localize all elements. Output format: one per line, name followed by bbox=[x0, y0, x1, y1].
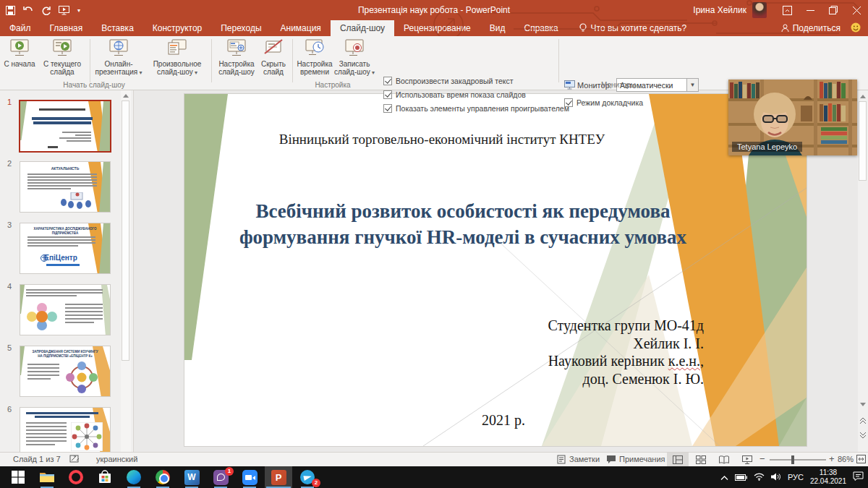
checkbox-checked-icon bbox=[564, 98, 573, 107]
previous-slide-button[interactable] bbox=[859, 417, 867, 426]
slide-credits-text[interactable]: Студентка групи МО-41д Хейлик І. І. Наук… bbox=[401, 317, 704, 388]
slide-institute-text[interactable]: Вінницький торговельно-економічний інсти… bbox=[184, 132, 699, 147]
comments-toggle[interactable]: Примечания bbox=[619, 455, 665, 463]
qat-customize-icon[interactable]: ▾ bbox=[77, 7, 80, 14]
tab-insert[interactable]: Вставка bbox=[92, 20, 143, 36]
slide-thumbnail-5[interactable]: ЗАПРОВАДЖЕННЯ СИСТЕМИ КОУЧИНГУ НА ПІДПРИ… bbox=[20, 346, 111, 397]
status-bar: Слайд 1 из 7 украинский Заметки Примечан… bbox=[0, 452, 868, 466]
save-icon[interactable] bbox=[6, 6, 15, 15]
microsoft-store-taskbar-icon[interactable] bbox=[91, 466, 119, 488]
main-vertical-scrollbar[interactable] bbox=[858, 90, 868, 452]
checkbox-show-media-controls[interactable]: Показать элементы управления проигрывате… bbox=[383, 104, 569, 113]
battery-icon[interactable] bbox=[735, 471, 747, 484]
scroll-up-arrow-icon[interactable] bbox=[860, 95, 866, 98]
volume-icon[interactable] bbox=[771, 471, 781, 484]
tab-file[interactable]: Файл bbox=[0, 20, 41, 36]
word-taskbar-icon[interactable]: W bbox=[178, 466, 205, 488]
account-name[interactable]: Ірина Хейлик bbox=[693, 5, 746, 15]
zoom-slider-thumb[interactable] bbox=[791, 455, 794, 464]
zoom-slider-track[interactable] bbox=[770, 459, 826, 461]
telegram-taskbar-icon[interactable]: 2 bbox=[294, 466, 321, 488]
slide-thumbnail-2[interactable]: АКТУАЛЬНІСТЬ bbox=[20, 161, 111, 213]
tray-expand-chevron-icon[interactable] bbox=[720, 471, 728, 484]
slide-sorter-view-button[interactable] bbox=[690, 453, 712, 466]
tab-help[interactable]: Справка bbox=[514, 20, 567, 36]
slide-year-text[interactable]: 2021 р. bbox=[482, 412, 525, 429]
dropdown-arrow-icon[interactable]: ▼ bbox=[687, 78, 699, 92]
tab-view[interactable]: Вид bbox=[480, 20, 515, 36]
next-slide-button[interactable] bbox=[859, 432, 867, 440]
zoom-out-button[interactable]: − bbox=[760, 453, 765, 464]
account-avatar[interactable] bbox=[752, 2, 767, 18]
webcam-video-overlay[interactable]: Tetyana Lepeyko bbox=[728, 80, 857, 155]
thumbnail-clipart bbox=[58, 192, 95, 210]
notes-toggle[interactable]: Заметки bbox=[569, 455, 600, 463]
notes-icon bbox=[557, 455, 566, 466]
slideshow-view-button[interactable] bbox=[736, 453, 758, 466]
start-button[interactable] bbox=[4, 466, 32, 488]
scroll-down-arrow-icon[interactable] bbox=[860, 403, 866, 406]
slide-thumbnail-1[interactable] bbox=[19, 100, 111, 153]
slide-thumbnail-3[interactable]: ХАРАКТЕРИСТИКА ДОСЛІДЖУВАНОГО ПІДПРИЄМСТ… bbox=[20, 223, 111, 274]
feedback-smiley-icon[interactable] bbox=[851, 22, 861, 35]
thumbnail-coaching-diagram bbox=[65, 361, 98, 394]
reading-view-button[interactable] bbox=[713, 453, 735, 466]
ribbon-display-options-button[interactable] bbox=[775, 0, 799, 20]
checkbox-use-timings[interactable]: Использовать время показа слайдов bbox=[383, 90, 526, 99]
start-slideshow-icon[interactable] bbox=[59, 6, 69, 15]
online-presentation-button[interactable]: Онлайн-презентация bbox=[93, 38, 145, 85]
slide-canvas[interactable]: Вінницький торговельно-економічний інсти… bbox=[184, 94, 807, 446]
file-explorer-taskbar-icon[interactable] bbox=[33, 466, 61, 488]
keyboard-language-indicator[interactable]: РУС bbox=[788, 473, 804, 481]
slide-thumbnail-6[interactable] bbox=[20, 407, 111, 452]
language-status[interactable]: украинский bbox=[96, 455, 137, 463]
tab-animations[interactable]: Анимация bbox=[271, 20, 331, 36]
action-center-icon[interactable] bbox=[853, 471, 864, 484]
chrome-taskbar-icon[interactable] bbox=[149, 466, 176, 488]
from-current-slide-button[interactable]: С текущего слайда bbox=[38, 38, 87, 85]
redo-icon[interactable] bbox=[41, 6, 51, 15]
share-button[interactable]: Поделиться bbox=[781, 23, 841, 33]
restore-button[interactable] bbox=[822, 0, 845, 20]
thumbnail-scrollbar[interactable] bbox=[121, 90, 131, 452]
custom-slideshow-button[interactable]: Произвольное слайд-шоу bbox=[146, 38, 208, 85]
zoom-in-button[interactable]: + bbox=[829, 453, 835, 464]
checkbox-play-narrations[interactable]: Воспроизвести закадровый текст bbox=[383, 77, 514, 85]
minimize-button[interactable] bbox=[799, 0, 822, 20]
tab-review[interactable]: Рецензирование bbox=[394, 20, 480, 36]
fit-slide-to-window-button[interactable] bbox=[856, 455, 866, 465]
tab-transitions[interactable]: Переходы bbox=[211, 20, 271, 36]
tab-home[interactable]: Главная bbox=[41, 20, 93, 36]
hide-slide-button[interactable]: Скрыть слайд bbox=[258, 38, 289, 85]
opera-taskbar-icon[interactable] bbox=[62, 466, 90, 488]
slide-title-text[interactable]: Всебічний розвиток особистості як переду… bbox=[210, 198, 716, 250]
zoom-level[interactable]: 86% bbox=[838, 455, 854, 463]
scroll-up-arrow-icon[interactable] bbox=[123, 94, 129, 98]
powerpoint-taskbar-icon[interactable]: P bbox=[265, 466, 292, 488]
scrollbar-thumb[interactable] bbox=[122, 100, 129, 361]
spellcheck-status-icon[interactable] bbox=[69, 455, 80, 466]
tab-slideshow[interactable]: Слайд-шоу bbox=[331, 20, 394, 36]
title-bar: ▾ Презентація наук робота - PowerPoint І… bbox=[0, 0, 868, 20]
record-slideshow-button[interactable]: Записать слайд-шоу bbox=[334, 38, 375, 85]
slide-thumbnail-4[interactable] bbox=[20, 284, 111, 335]
slide-counter: Слайд 1 из 7 bbox=[13, 455, 61, 463]
edge-taskbar-icon[interactable] bbox=[120, 466, 148, 488]
thumbnail-number: 4 bbox=[7, 282, 12, 291]
tell-me-box[interactable]: Что вы хотите сделать? bbox=[579, 20, 687, 36]
undo-icon[interactable] bbox=[23, 6, 33, 14]
zoom-taskbar-icon[interactable] bbox=[236, 466, 263, 488]
close-button[interactable] bbox=[845, 0, 868, 20]
scrollbar-thumb[interactable] bbox=[859, 101, 867, 181]
checkbox-presenter-view[interactable]: Режим докладчика bbox=[564, 98, 643, 107]
custom-slideshow-icon bbox=[166, 38, 188, 59]
taskbar-clock[interactable]: 11:38 22.04.2021 bbox=[810, 468, 846, 486]
rehearse-timings-button[interactable]: Настройка времени bbox=[295, 38, 334, 85]
from-beginning-button[interactable]: С начала bbox=[3, 38, 36, 85]
normal-view-button[interactable] bbox=[667, 453, 689, 466]
wifi-icon[interactable] bbox=[754, 471, 765, 484]
setup-slideshow-button[interactable]: Настройка слайд-шоу bbox=[216, 38, 258, 85]
viber-taskbar-icon[interactable]: 1 bbox=[207, 466, 234, 488]
group-label-setup: Настройка bbox=[275, 81, 391, 89]
tab-design[interactable]: Конструктор bbox=[143, 20, 211, 36]
